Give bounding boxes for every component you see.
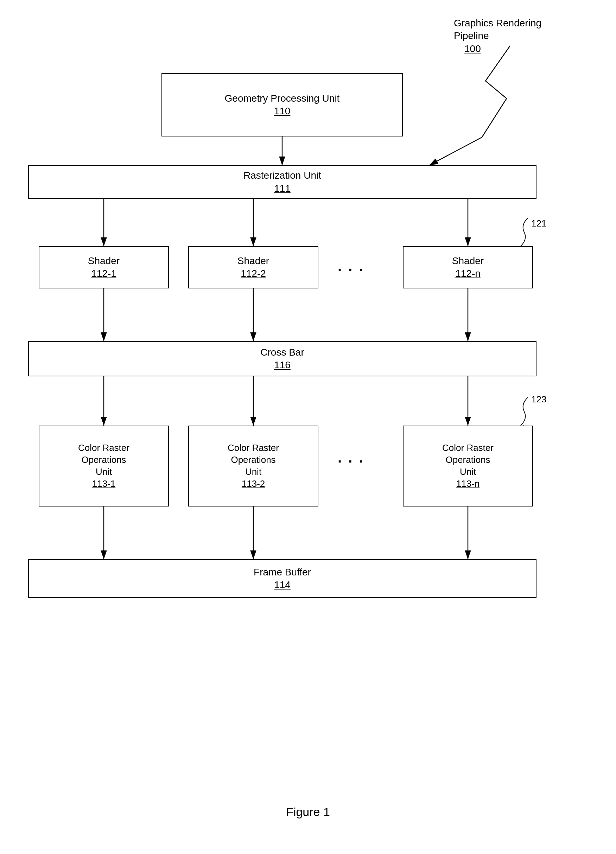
gpu-box: Geometry Processing Unit 110 [162,73,403,136]
shader2-ref: 112-2 [241,267,266,280]
crossbar-label: Cross Bar [260,346,304,359]
shader1-ref: 112-1 [91,267,116,280]
gpu-label: Geometry Processing Unit [225,92,340,105]
framebuffer-label: Frame Buffer [254,566,311,579]
color1-box: Color Raster Operations Unit 113-1 [39,425,169,506]
rasterization-label: Rasterization Unit [244,169,321,182]
shadern-label: Shader [452,255,484,267]
shader1-box: Shader 112-1 [39,246,169,288]
shader1-label: Shader [88,255,120,267]
crossbar-ref: 116 [274,359,291,371]
color1-ref: 113-1 [92,478,116,490]
rasterization-box: Rasterization Unit 111 [28,165,537,199]
framebuffer-ref: 114 [274,579,291,591]
framebuffer-box: Frame Buffer 114 [28,559,537,598]
figure-label: Figure 1 [0,805,616,819]
rasterization-ref: 111 [274,182,291,195]
colorn-box: Color Raster Operations Unit 113-n [403,425,533,506]
diagram: Graphics Rendering Pipeline 100 Geometry… [0,0,616,854]
colorn-ref: 113-n [456,478,480,490]
color2-ref: 113-2 [242,478,265,490]
pipeline-label: Graphics Rendering Pipeline 100 [454,17,541,55]
color2-box: Color Raster Operations Unit 113-2 [188,425,319,506]
shader2-label: Shader [238,255,269,267]
ref123-label: 123 [531,394,546,405]
crossbar-box: Cross Bar 116 [28,341,537,376]
ref121-label: 121 [531,218,546,229]
shader-dots: · · · [338,262,364,278]
gpu-ref: 110 [274,105,291,117]
shadern-box: Shader 112-n [403,246,533,288]
shader2-box: Shader 112-2 [188,246,319,288]
color-dots: · · · [338,454,364,470]
shadern-ref: 112-n [455,267,480,280]
